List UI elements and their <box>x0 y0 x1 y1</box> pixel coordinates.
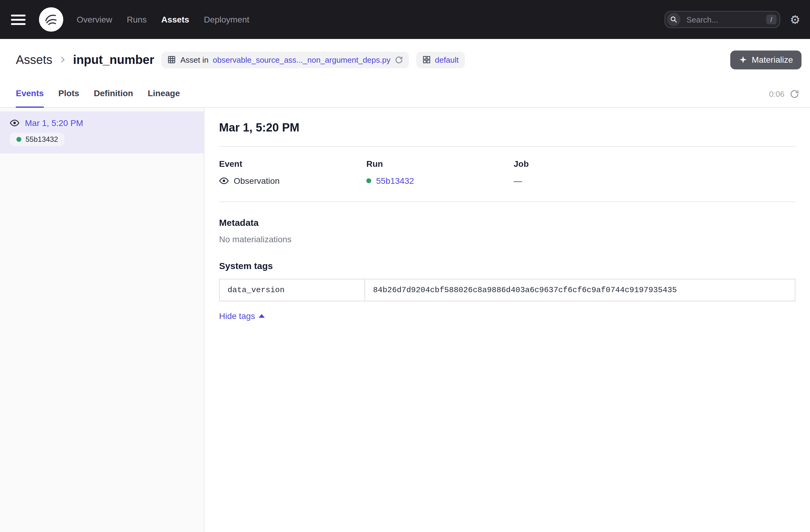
event-timestamp-row: Mar 1, 5:20 PM <box>10 118 194 128</box>
event-detail-panel: Mar 1, 5:20 PM Event Observation Run <box>205 108 810 532</box>
asset-group-badge[interactable]: default <box>416 51 465 68</box>
system-tags-table: data_version 84b26d7d9204cbf588026c8a988… <box>219 279 795 301</box>
hide-tags-link[interactable]: Hide tags <box>219 311 265 321</box>
tab-definition[interactable]: Definition <box>94 88 133 107</box>
event-column-value: Observation <box>219 176 366 186</box>
run-id-pill[interactable]: 55b13432 <box>10 133 65 146</box>
asset-in-label: Asset in <box>180 55 209 64</box>
dagster-logo-swirl-icon <box>43 12 59 27</box>
event-list-item-selected[interactable]: Mar 1, 5:20 PM 55b13432 <box>0 111 204 154</box>
search-icon <box>667 13 680 26</box>
tab-plots[interactable]: Plots <box>59 88 79 107</box>
page-header-section: Assets input_number Asset in observable_… <box>0 39 810 108</box>
table-row: data_version 84b26d7d9204cbf588026c8a988… <box>220 279 795 301</box>
sparkle-icon <box>739 55 748 64</box>
breadcrumb: Assets input_number <box>16 53 154 67</box>
global-search[interactable]: / <box>665 11 780 28</box>
group-name-label[interactable]: default <box>435 55 458 64</box>
run-id-link[interactable]: 55b13432 <box>376 176 414 186</box>
tag-value-cell: 84b26d7d9204cbf588026c8a9886d403a6c9637c… <box>365 279 795 301</box>
dagster-logo[interactable] <box>39 7 63 32</box>
top-nav: Overview Runs Assets Deployment / ⚙ <box>0 0 810 39</box>
event-column: Event Observation <box>219 159 366 186</box>
nav-item-assets[interactable]: Assets <box>161 15 189 25</box>
dagster-app: Overview Runs Assets Deployment / ⚙ Asse… <box>0 0 810 532</box>
run-column-value: 55b13432 <box>366 176 514 186</box>
search-input[interactable] <box>685 14 766 25</box>
code-location-link[interactable]: observable_source_ass..._non_argument_de… <box>213 55 390 64</box>
asset-name: input_number <box>73 53 154 67</box>
job-column-value: — <box>514 176 661 186</box>
metadata-empty-state: No materializations <box>219 235 795 244</box>
nav-item-overview[interactable]: Overview <box>77 15 112 25</box>
job-empty-dash: — <box>514 176 522 186</box>
refresh-icon[interactable] <box>790 90 799 99</box>
events-sidebar: Mar 1, 5:20 PM 55b13432 <box>0 108 205 532</box>
breadcrumb-row: Assets input_number Asset in observable_… <box>0 39 810 73</box>
tabs-row: Events Plots Definition Lineage 0:06 <box>0 73 810 107</box>
tab-events[interactable]: Events <box>16 88 44 107</box>
job-column-label: Job <box>514 159 661 168</box>
breadcrumb-assets-link[interactable]: Assets <box>16 53 52 67</box>
tab-lineage[interactable]: Lineage <box>148 88 180 107</box>
system-tags-heading: System tags <box>219 260 795 271</box>
hamburger-menu-icon[interactable] <box>11 14 26 25</box>
run-status-dot <box>16 137 21 142</box>
group-grid-icon <box>422 55 431 64</box>
observation-eye-icon <box>10 118 19 128</box>
caret-up-icon <box>259 314 265 318</box>
divider <box>219 201 795 202</box>
observation-eye-icon <box>219 176 229 186</box>
settings-gear-icon[interactable]: ⚙ <box>790 14 800 25</box>
search-shortcut-badge: / <box>766 15 777 25</box>
run-status-dot <box>366 178 371 183</box>
event-summary-columns: Event Observation Run 55b13432 <box>219 159 795 186</box>
page-body: Mar 1, 5:20 PM 55b13432 Mar 1, 5:20 PM E… <box>0 108 810 532</box>
asset-grid-icon <box>168 55 176 64</box>
refresh-timer: 0:06 <box>769 90 799 107</box>
reload-location-icon[interactable] <box>395 56 403 64</box>
divider <box>219 146 795 147</box>
materialize-button[interactable]: Materialize <box>731 50 801 69</box>
tag-key-cell: data_version <box>220 279 365 301</box>
refresh-countdown: 0:06 <box>769 90 784 99</box>
nav-item-deployment[interactable]: Deployment <box>204 15 249 25</box>
event-type-label: Observation <box>234 176 280 186</box>
event-timestamp: Mar 1, 5:20 PM <box>25 118 83 128</box>
event-detail-title: Mar 1, 5:20 PM <box>219 121 795 134</box>
run-column: Run 55b13432 <box>366 159 514 186</box>
job-column: Job — <box>514 159 661 186</box>
nav-item-runs[interactable]: Runs <box>127 15 147 25</box>
hide-tags-label: Hide tags <box>219 311 255 321</box>
event-column-label: Event <box>219 159 366 168</box>
asset-definition-badge: Asset in observable_source_ass..._non_ar… <box>162 51 409 68</box>
chevron-right-icon <box>59 55 67 64</box>
metadata-heading: Metadata <box>219 217 795 228</box>
run-column-label: Run <box>366 159 514 168</box>
materialize-label: Materialize <box>752 55 793 65</box>
run-id-label: 55b13432 <box>26 135 58 144</box>
